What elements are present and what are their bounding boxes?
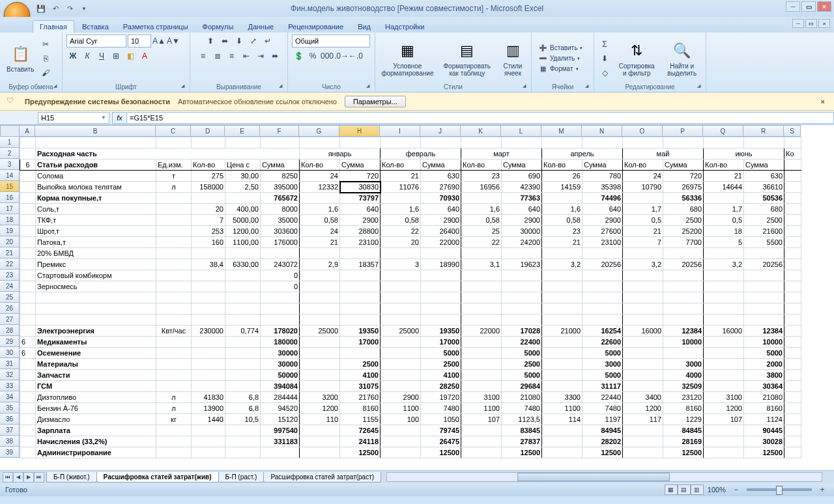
- cell[interactable]: [225, 348, 261, 359]
- cell[interactable]: 1197: [582, 414, 623, 425]
- cell[interactable]: [20, 370, 36, 381]
- cell[interactable]: 18990: [421, 259, 461, 270]
- cell[interactable]: 7700: [663, 237, 704, 248]
- column-header[interactable]: O: [622, 125, 663, 137]
- name-box[interactable]: H15 ▼: [38, 112, 109, 124]
- cell[interactable]: 2900: [340, 215, 381, 226]
- cell[interactable]: 3100: [461, 392, 502, 403]
- cell[interactable]: 8160: [340, 403, 381, 414]
- close-button[interactable]: ×: [817, 1, 831, 12]
- align-middle-icon[interactable]: ⬌: [218, 35, 231, 48]
- cell[interactable]: 3,2: [623, 259, 663, 270]
- cell[interactable]: [300, 348, 340, 359]
- cell[interactable]: [784, 137, 801, 148]
- cell[interactable]: [502, 137, 542, 148]
- cell[interactable]: [461, 137, 502, 148]
- cell[interactable]: [225, 248, 261, 259]
- cell[interactable]: 73797: [340, 193, 381, 204]
- cell[interactable]: [381, 359, 421, 370]
- cell[interactable]: 7: [623, 237, 663, 248]
- cell[interactable]: [704, 381, 744, 392]
- cell[interactable]: [623, 281, 663, 292]
- cell[interactable]: 1100: [542, 403, 582, 414]
- cell[interactable]: 100: [381, 414, 421, 425]
- view-page-layout-button[interactable]: ▤: [678, 484, 691, 495]
- cell[interactable]: 1229: [663, 414, 704, 425]
- cell[interactable]: 27600: [582, 226, 623, 237]
- cell[interactable]: [300, 337, 340, 348]
- cell[interactable]: 0,774: [225, 326, 261, 337]
- cell[interactable]: [300, 370, 340, 381]
- cell[interactable]: [542, 193, 582, 204]
- cell[interactable]: [156, 303, 192, 315]
- cell[interactable]: 12500: [744, 447, 784, 458]
- cell[interactable]: [300, 137, 340, 148]
- cell[interactable]: ГСМ: [36, 381, 156, 392]
- cell[interactable]: [663, 292, 704, 303]
- cell[interactable]: 1,7: [704, 204, 744, 215]
- cell[interactable]: [225, 270, 261, 281]
- cell[interactable]: 23100: [340, 237, 381, 248]
- cell[interactable]: 6,8: [225, 392, 261, 403]
- cell[interactable]: [340, 315, 381, 326]
- cell[interactable]: [542, 281, 582, 292]
- cell[interactable]: [156, 215, 192, 226]
- cell[interactable]: 5000,00: [225, 215, 261, 226]
- cell[interactable]: [156, 281, 192, 292]
- cell[interactable]: 158000: [192, 182, 225, 193]
- cell[interactable]: 0,5: [704, 215, 744, 226]
- cell[interactable]: 20: [381, 237, 421, 248]
- row-header[interactable]: 24: [0, 281, 20, 292]
- cell[interactable]: [663, 137, 704, 148]
- select-all-button[interactable]: [0, 125, 20, 137]
- cell[interactable]: [225, 315, 261, 326]
- cell[interactable]: [156, 436, 192, 447]
- cell[interactable]: 0: [261, 281, 300, 292]
- cell[interactable]: [20, 447, 36, 458]
- cell[interactable]: 2500: [340, 359, 381, 370]
- cell[interactable]: [704, 303, 744, 315]
- cell[interactable]: 25000: [381, 326, 421, 337]
- column-header[interactable]: J: [420, 125, 461, 137]
- view-normal-button[interactable]: ▦: [665, 484, 678, 495]
- find-select-button[interactable]: 🔍Найти и выделить: [662, 39, 702, 78]
- cell[interactable]: [300, 359, 340, 370]
- cell[interactable]: [704, 436, 744, 447]
- cell[interactable]: 15120: [261, 414, 300, 425]
- cell[interactable]: 21760: [340, 392, 381, 403]
- cell[interactable]: [381, 436, 421, 447]
- cell[interactable]: [381, 425, 421, 436]
- cell[interactable]: 12332: [300, 182, 340, 193]
- cell[interactable]: [623, 348, 663, 359]
- zoom-out-button[interactable]: −: [730, 483, 743, 496]
- cell[interactable]: [461, 381, 502, 392]
- cell[interactable]: 20: [192, 204, 225, 215]
- comma-icon[interactable]: 000: [321, 49, 334, 63]
- cell[interactable]: [663, 315, 704, 326]
- cell[interactable]: [36, 292, 156, 303]
- cell[interactable]: [192, 303, 225, 315]
- column-header[interactable]: F: [260, 125, 299, 137]
- cell[interactable]: [582, 270, 623, 281]
- cell[interactable]: [156, 270, 192, 281]
- cell[interactable]: 107: [704, 414, 744, 425]
- cell[interactable]: 0,58: [300, 215, 340, 226]
- cell[interactable]: 22400: [502, 337, 542, 348]
- cell[interactable]: [623, 447, 663, 458]
- cell[interactable]: 30364: [744, 381, 784, 392]
- cell[interactable]: [623, 248, 663, 259]
- cell[interactable]: [20, 259, 36, 270]
- ribbon-tab[interactable]: Вид: [351, 21, 377, 33]
- row-header[interactable]: 38: [0, 436, 20, 447]
- sheet-tab[interactable]: Б-П (раст.): [218, 472, 265, 483]
- currency-icon[interactable]: 💲: [292, 49, 305, 63]
- cell[interactable]: [461, 436, 502, 447]
- cell[interactable]: 780: [582, 171, 623, 182]
- ribbon-tab[interactable]: Надстройки: [379, 21, 431, 33]
- cell[interactable]: [20, 414, 36, 425]
- cell[interactable]: [192, 315, 225, 326]
- cell[interactable]: 5000: [744, 348, 784, 359]
- cell[interactable]: [784, 259, 801, 270]
- cell[interactable]: 16000: [704, 326, 744, 337]
- copy-icon[interactable]: ⎘: [39, 52, 52, 65]
